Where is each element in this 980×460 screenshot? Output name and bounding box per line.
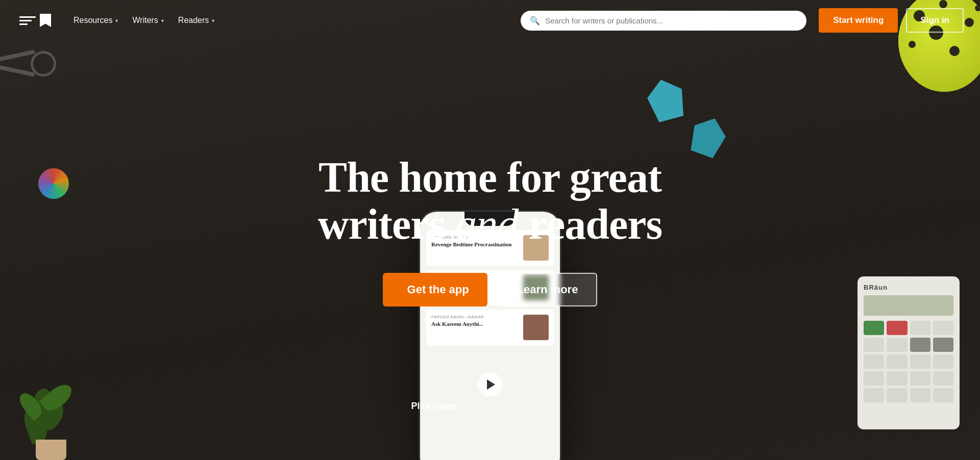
search-input[interactable] <box>545 16 797 25</box>
hero-title: The home for great writers and readers <box>260 154 720 248</box>
hero-content: The home for great writers and readers G… <box>260 154 720 327</box>
hero-section: BRäun <box>0 0 980 460</box>
chevron-down-icon: ▾ <box>115 18 118 23</box>
calculator-brand: BRäun <box>864 284 953 291</box>
chevron-down-icon: ▾ <box>212 18 214 23</box>
nav-resources-label: Resources <box>74 16 112 25</box>
nav-resources[interactable]: Resources ▾ <box>67 12 124 29</box>
hero-buttons: Get the app Learn more <box>260 273 720 306</box>
navbar: Resources ▾ Writers ▾ Readers ▾ 🔍 Start … <box>0 0 980 41</box>
logo-icon <box>16 9 39 32</box>
logo-bar-1 <box>19 16 36 18</box>
plant-decoration <box>20 358 82 460</box>
play-icon <box>487 379 495 390</box>
calculator-screen <box>864 295 953 316</box>
nav-readers[interactable]: Readers ▾ <box>172 12 220 29</box>
bookmark-icon <box>40 14 51 27</box>
search-icon: 🔍 <box>530 16 540 25</box>
play-video-label: Play video <box>411 401 456 425</box>
calculator-buttons <box>864 321 953 402</box>
search-container: 🔍 <box>521 11 806 31</box>
logo[interactable] <box>16 9 51 32</box>
sign-in-button[interactable]: Sign in <box>906 8 964 33</box>
scissors-decoration <box>0 51 56 76</box>
get-app-label: Get the app <box>407 283 469 296</box>
chevron-down-icon: ▾ <box>161 18 164 23</box>
hero-title-line1: The home for great <box>318 154 662 201</box>
nav-writers[interactable]: Writers ▾ <box>126 12 169 29</box>
nav-writers-label: Writers <box>132 16 158 25</box>
learn-more-label: Learn more <box>517 283 578 296</box>
logo-bar-3 <box>19 23 28 25</box>
play-video-button[interactable] <box>478 372 502 397</box>
nav-actions: Start writing Sign in <box>819 8 964 33</box>
hero-title-line2: writers <box>318 200 456 248</box>
start-writing-button[interactable]: Start writing <box>819 8 898 33</box>
hero-title-italic: and <box>455 200 518 248</box>
nav-links: Resources ▾ Writers ▾ Readers ▾ <box>67 12 508 29</box>
nav-readers-label: Readers <box>178 16 209 25</box>
get-app-button[interactable]: Get the app <box>383 273 487 306</box>
logo-bar-2 <box>19 20 32 21</box>
calculator-decoration: BRäun <box>857 276 960 429</box>
learn-more-button[interactable]: Learn more <box>498 273 598 306</box>
hero-title-line3: readers <box>518 200 662 248</box>
rubber-band-knot <box>38 168 69 199</box>
